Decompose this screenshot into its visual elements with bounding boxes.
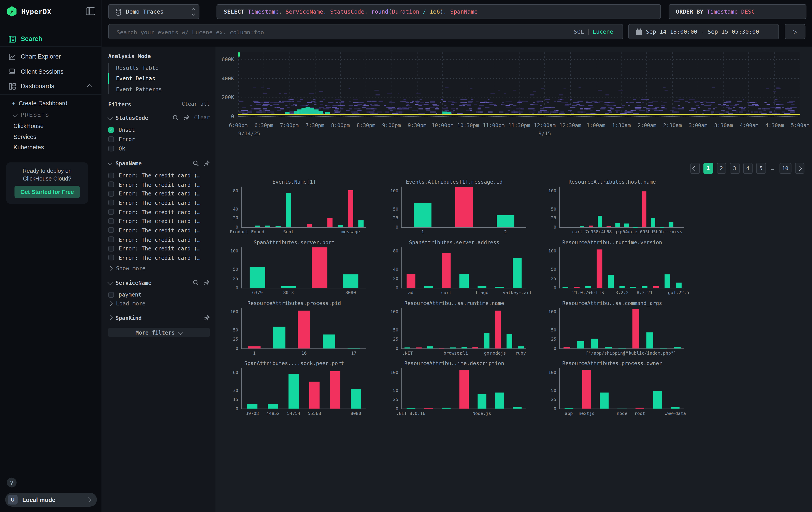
local-mode-menu[interactable]: U Local mode — [5, 493, 97, 507]
checkbox[interactable] — [108, 209, 114, 215]
heatmap-cell — [726, 101, 729, 102]
get-started-button[interactable]: Get Started for Free — [14, 186, 80, 198]
pin-icon[interactable] — [203, 315, 210, 321]
time-range-picker[interactable]: Sep 14 18:00:00 - Sep 15 05:30:00 — [628, 24, 779, 39]
sidebar-collapse-icon[interactable] — [86, 7, 95, 15]
filter-option-error-the-credit-card-[interactable]: Error: The credit card (… — [108, 236, 210, 243]
pin-icon[interactable] — [203, 279, 210, 286]
source-label: Demo Traces — [126, 8, 164, 15]
search-input-box[interactable]: SQL|Lucene — [108, 24, 623, 39]
checkbox[interactable] — [108, 136, 114, 142]
search-input[interactable] — [115, 24, 563, 40]
language-toggle[interactable]: SQL|Lucene — [574, 28, 613, 35]
filter-option-error[interactable]: Error — [108, 135, 210, 143]
sidebar-item-search[interactable]: Search — [0, 32, 102, 46]
page-button-1[interactable]: 1 — [703, 163, 713, 173]
checkbox[interactable] — [108, 182, 114, 187]
chart-line-icon — [8, 53, 16, 60]
heatmap-cell — [678, 105, 680, 106]
y-tick-label: 100 — [541, 188, 556, 193]
presets-toggle[interactable]: PRESETS — [13, 112, 49, 118]
preset-kubernetes[interactable]: Kubernetes — [13, 144, 44, 151]
filter-option-error-the-credit-card-[interactable]: Error: The credit card (… — [108, 181, 210, 188]
filter-option-error-the-credit-card-[interactable]: Error: The credit card (… — [108, 190, 210, 197]
heatmap-cell — [308, 104, 309, 105]
preset-clickhouse[interactable]: ClickHouse — [13, 123, 44, 129]
search-icon[interactable] — [172, 114, 178, 120]
sql-toggle[interactable]: SQL — [574, 28, 584, 35]
sidebar-item-label: Chart Explorer — [21, 53, 61, 60]
source-select[interactable]: Demo Traces — [108, 4, 199, 19]
checkbox[interactable] — [108, 172, 114, 178]
page-next-button[interactable] — [795, 163, 805, 173]
checkbox[interactable] — [108, 191, 114, 196]
heatmap-cell — [646, 111, 649, 113]
bar — [330, 371, 340, 409]
page-button-3[interactable]: 3 — [730, 163, 739, 173]
run-query-button[interactable]: ▷ — [785, 24, 805, 39]
search-icon[interactable] — [193, 279, 199, 286]
page-button-4[interactable]: 4 — [743, 163, 753, 173]
filter-option-payment[interactable]: payment — [108, 291, 210, 298]
filter-option-error-the-credit-card-[interactable]: Error: The credit card (… — [108, 199, 210, 206]
checkbox[interactable] — [108, 145, 114, 151]
statuscode-section-header[interactable]: StatusCode Clear — [108, 114, 210, 120]
search-icon[interactable] — [193, 160, 199, 166]
filter-option-error-the-credit-card-[interactable]: Error: The credit card (… — [108, 217, 210, 225]
sidebar-item-dashboards[interactable]: Dashboards — [0, 79, 102, 93]
spanname-section-header[interactable]: SpanName — [108, 160, 210, 166]
filter-option-error-the-credit-card-[interactable]: Error: The credit card (… — [108, 172, 210, 179]
order-by-input[interactable]: ORDER BY Timestamp DESC — [669, 4, 807, 19]
more-filters-button[interactable]: More filters — [108, 328, 210, 337]
y-tick-label: 40 — [383, 267, 399, 272]
page-button-2[interactable]: 2 — [717, 163, 726, 173]
chart-plot: 397084485254754555688080 — [241, 368, 366, 409]
spankind-section-header[interactable]: SpanKind — [108, 314, 210, 321]
filter-option-ok[interactable]: Ok — [108, 145, 210, 152]
checkbox[interactable] — [108, 218, 114, 224]
filter-option-error-the-credit-card-[interactable]: Error: The credit card (… — [108, 226, 210, 234]
heatmap-cell — [703, 101, 707, 102]
preset-services[interactable]: Services — [13, 134, 36, 140]
checkbox[interactable] — [108, 236, 114, 242]
clear-all-button[interactable]: Clear all — [182, 101, 210, 107]
checkbox[interactable] — [108, 227, 114, 233]
x-tick-label: 1 — [253, 350, 256, 355]
pin-icon[interactable] — [203, 160, 210, 166]
heatmap-cell — [479, 105, 484, 106]
y-tick-label: 15 — [223, 397, 238, 402]
analysis-mode-results-table[interactable]: Results Table — [108, 63, 210, 73]
query-token: ORDER BY — [676, 8, 707, 15]
checkbox[interactable] — [108, 246, 114, 251]
logo[interactable]: ⚡ HyperDX — [7, 6, 51, 17]
page-button-5[interactable]: 5 — [756, 163, 766, 173]
load-more-button[interactable]: Load more — [108, 300, 210, 306]
show-more-button[interactable]: Show more — [108, 265, 210, 271]
analysis-mode-event-deltas[interactable]: Event Deltas — [108, 73, 210, 84]
help-button[interactable]: ? — [7, 478, 17, 487]
heatmap-cell — [505, 105, 510, 106]
checkbox[interactable] — [108, 200, 114, 206]
sidebar-item-client-sessions[interactable]: Client Sessions — [0, 64, 102, 78]
sidebar-item-chart-explorer[interactable]: Chart Explorer — [0, 50, 102, 63]
create-dashboard-button[interactable]: + Create Dashboard — [12, 100, 67, 106]
checkbox[interactable]: ✓ — [108, 127, 114, 133]
heatmap-cell — [586, 102, 592, 103]
page-button-10[interactable]: 10 — [779, 163, 791, 173]
checkbox[interactable] — [108, 292, 114, 297]
select-query-input[interactable]: SELECT Timestamp, ServiceName, StatusCod… — [216, 4, 661, 19]
filter-option-error-the-credit-card-[interactable]: Error: The credit card (… — [108, 208, 210, 216]
checkbox[interactable] — [108, 255, 114, 261]
chevron-down-icon — [178, 330, 183, 335]
pin-icon[interactable] — [183, 114, 190, 120]
topbar: Demo Traces ⚙ SELECT Timestamp, ServiceN… — [102, 0, 812, 47]
page-prev-button[interactable] — [690, 163, 700, 173]
gridline — [570, 52, 571, 116]
lucene-toggle[interactable]: Lucene — [593, 28, 613, 35]
clear-button[interactable]: Clear — [194, 115, 210, 120]
servicename-section-header[interactable]: ServiceName — [108, 279, 210, 286]
filter-option-unset[interactable]: ✓Unset — [108, 126, 210, 133]
analysis-mode-event-patterns[interactable]: Event Patterns — [108, 84, 210, 95]
filter-option-error-the-credit-card-[interactable]: Error: The credit card (… — [108, 245, 210, 252]
filter-option-error-the-credit-card-[interactable]: Error: The credit card (… — [108, 254, 210, 261]
